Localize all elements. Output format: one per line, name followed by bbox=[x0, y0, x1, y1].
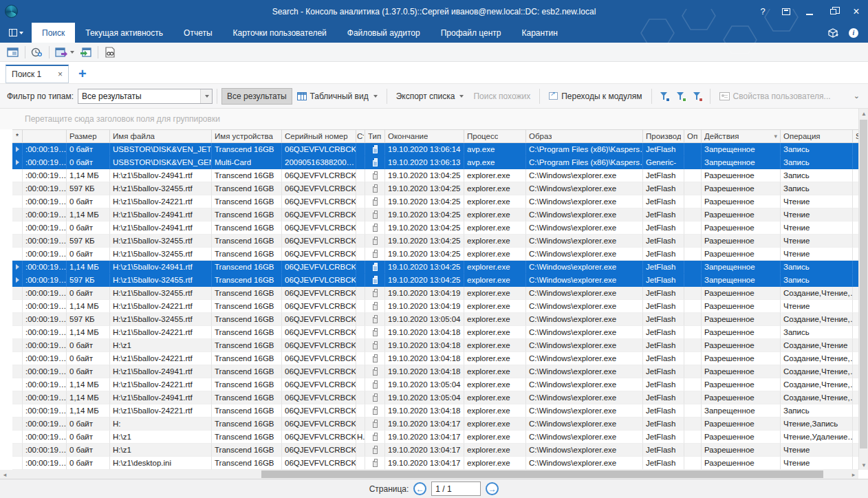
cell-proc[interactable]: explorer.exe bbox=[464, 326, 526, 339]
cell-op[interactable]: Запись bbox=[781, 169, 853, 182]
cell-dev[interactable]: Transcend 16GB bbox=[212, 457, 282, 470]
cell-file[interactable]: H:\z1\5ballov-24941.rtf bbox=[110, 169, 212, 182]
cell-op[interactable]: Чтение bbox=[781, 235, 853, 248]
cell-size[interactable]: 0 байт bbox=[67, 431, 110, 444]
cell-s[interactable] bbox=[853, 156, 858, 169]
cell-s[interactable] bbox=[853, 326, 858, 339]
cell-vendor[interactable]: JetFlash bbox=[643, 378, 684, 391]
cell-size[interactable]: 0 байт bbox=[67, 143, 110, 156]
cell-file[interactable]: H:\z1 bbox=[110, 444, 212, 457]
cell-dur[interactable]: :00:00:19… bbox=[23, 143, 67, 156]
cell-dur[interactable]: :00:00:19… bbox=[23, 378, 67, 391]
cell-op[interactable]: Чтение bbox=[781, 300, 853, 313]
add-tab-button[interactable]: + bbox=[78, 67, 87, 83]
cell-file[interactable]: H:\z1\5ballov-32455.rtf bbox=[110, 274, 212, 287]
cell-end[interactable]: 19.10.2020 13:04:25 bbox=[385, 169, 464, 182]
cell-s[interactable] bbox=[853, 313, 858, 326]
cell-serial[interactable]: 06QJEVFVLCRBCK… bbox=[282, 391, 356, 404]
cell-dev[interactable]: Transcend 16GB bbox=[212, 378, 282, 391]
cell-img[interactable]: C:\Windows\explorer.exe bbox=[526, 352, 643, 365]
column-header-description[interactable]: Опис bbox=[684, 130, 702, 142]
cell-descr[interactable] bbox=[684, 326, 702, 339]
cell-serial[interactable]: 06QJEVFVLCRBCK… bbox=[282, 326, 356, 339]
cell-size[interactable]: 0 байт bbox=[67, 221, 110, 235]
next-page-button[interactable]: → bbox=[486, 482, 499, 495]
row-indicator-cell[interactable] bbox=[12, 274, 23, 287]
cell-vendor[interactable]: JetFlash bbox=[643, 169, 684, 182]
goto-modules-button[interactable]: Переходы к модулям bbox=[544, 88, 647, 105]
column-header-image[interactable]: Образ bbox=[526, 130, 643, 142]
cell-descr[interactable] bbox=[684, 352, 702, 365]
cell-s[interactable] bbox=[853, 143, 858, 156]
cell-serial[interactable]: 06QJEVFVLCRBCK… bbox=[282, 300, 356, 313]
cell-sta[interactable] bbox=[356, 169, 365, 182]
cell-vendor[interactable]: JetFlash bbox=[643, 235, 684, 248]
row-indicator-cell[interactable] bbox=[12, 444, 23, 457]
search-similar-button[interactable]: Поиск похожих bbox=[468, 88, 535, 105]
cell-file[interactable]: H:\z1\5ballov-32455.rtf bbox=[110, 287, 212, 300]
cell-sta[interactable] bbox=[356, 195, 365, 208]
cell-sta[interactable] bbox=[356, 208, 365, 221]
cell-size[interactable]: 597 КБ bbox=[67, 235, 110, 248]
cell-size[interactable]: 1,14 МБ bbox=[67, 391, 110, 404]
cell-device-type[interactable] bbox=[365, 365, 385, 378]
cell-img[interactable]: C:\Windows\explorer.exe bbox=[526, 418, 643, 431]
cell-dur[interactable]: :00:00:19… bbox=[23, 326, 67, 339]
cell-device-type[interactable] bbox=[365, 221, 385, 235]
column-header-s[interactable]: S bbox=[853, 130, 858, 142]
cell-img[interactable]: C:\Program Files (x86)\Kaspers… bbox=[526, 143, 643, 156]
table-row[interactable]: :00:00:19…0 байтH:\z1\5ballov-24941.rtfT… bbox=[12, 365, 858, 378]
cell-action[interactable]: Запрещенное bbox=[702, 404, 781, 418]
cell-vendor[interactable]: JetFlash bbox=[643, 182, 684, 195]
menu-tab-поиск[interactable]: Поиск bbox=[32, 23, 75, 43]
cell-s[interactable] bbox=[853, 404, 858, 418]
cell-dev[interactable]: Transcend 16GB bbox=[212, 300, 282, 313]
scroll-right-icon[interactable]: ▸ bbox=[849, 470, 858, 479]
cell-action[interactable]: Разрешенное bbox=[702, 365, 781, 378]
table-row[interactable]: :00:00:19…597 КБH:\z1\5ballov-32455.rtfT… bbox=[12, 274, 858, 287]
cell-size[interactable]: 0 байт bbox=[67, 457, 110, 470]
cell-vendor[interactable]: JetFlash bbox=[643, 431, 684, 444]
cell-serial[interactable]: 06QJEVFVLCRBCK… bbox=[282, 378, 356, 391]
cell-sta[interactable] bbox=[356, 418, 365, 431]
table-row[interactable]: :00:00:19…0 байтUSBSTOR\DISK&VEN_GEN…Mul… bbox=[12, 156, 858, 169]
collapse-panel-chevron-icon[interactable]: ⌄ bbox=[854, 91, 861, 100]
cell-proc[interactable]: explorer.exe bbox=[464, 418, 526, 431]
table-row[interactable]: :00:00:19…1,14 МБH:\z1\5ballov-24221.rtf… bbox=[12, 326, 858, 339]
cell-dur[interactable]: :00:00:19… bbox=[23, 300, 67, 313]
cell-serial[interactable]: 06QJEVFVLCRBCK… bbox=[282, 431, 356, 444]
cell-dev[interactable]: Transcend 16GB bbox=[212, 418, 282, 431]
cell-end[interactable]: 19.10.2020 13:04:25 bbox=[385, 248, 464, 261]
cell-s[interactable] bbox=[853, 235, 858, 248]
cell-dur[interactable]: :00:00:19… bbox=[23, 195, 67, 208]
cell-s[interactable] bbox=[853, 365, 858, 378]
cell-file[interactable]: H:\z1\5ballov-24941.rtf bbox=[110, 391, 212, 404]
cell-action[interactable]: Разрешенное bbox=[702, 235, 781, 248]
cell-size[interactable]: 0 байт bbox=[67, 365, 110, 378]
table-row[interactable]: :00:00:19…0 байтUSBSTOR\DISK&VEN_JET…Tra… bbox=[12, 143, 858, 156]
cell-sta[interactable] bbox=[356, 261, 365, 274]
cell-descr[interactable] bbox=[684, 274, 702, 287]
filter-type-combobox[interactable]: Все результаты bbox=[78, 89, 213, 104]
table-row[interactable]: :00:00:19…0 байтH:\z1\5ballov-24221.rtfT… bbox=[12, 352, 858, 365]
cell-sta[interactable] bbox=[356, 444, 365, 457]
cell-file[interactable]: H:\z1\5ballov-24221.rtf bbox=[110, 378, 212, 391]
cell-serial[interactable]: 06QJEVFVLCRBCK… bbox=[282, 365, 356, 378]
scroll-left-icon[interactable]: ◂ bbox=[0, 470, 10, 479]
row-indicator-cell[interactable] bbox=[12, 195, 23, 208]
find-in-list-button[interactable] bbox=[101, 44, 119, 61]
clear-filter-button[interactable] bbox=[689, 88, 706, 105]
cell-vendor[interactable]: JetFlash bbox=[643, 352, 684, 365]
cell-serial[interactable]: 06QJEVFVLCRBCK… bbox=[282, 143, 356, 156]
cell-end[interactable]: 19.10.2020 13:05:04 bbox=[385, 313, 464, 326]
user-properties-button[interactable]: Свойства пользователя... bbox=[715, 88, 836, 105]
info-button[interactable]: i bbox=[845, 25, 862, 41]
cell-img[interactable]: C:\Windows\explorer.exe bbox=[526, 182, 643, 195]
cell-vendor[interactable]: JetFlash bbox=[643, 313, 684, 326]
cell-s[interactable] bbox=[853, 208, 858, 221]
column-header-serial-number[interactable]: Серийный номер bbox=[282, 130, 356, 142]
cell-vendor[interactable]: JetFlash bbox=[643, 261, 684, 274]
cell-proc[interactable]: explorer.exe bbox=[464, 444, 526, 457]
cell-img[interactable]: C:\Windows\explorer.exe bbox=[526, 169, 643, 182]
column-header-duration[interactable] bbox=[23, 130, 67, 142]
